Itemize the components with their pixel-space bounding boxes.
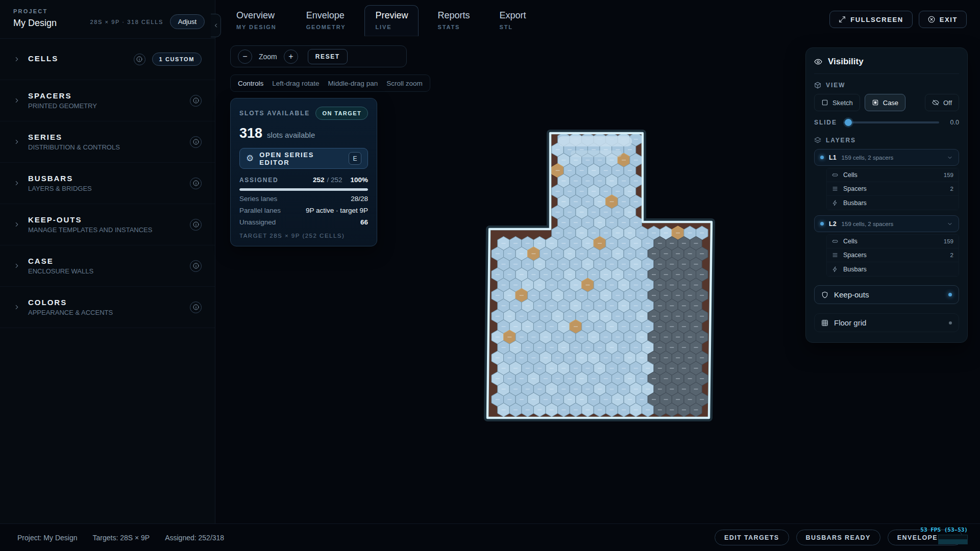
tab-envelope[interactable]: Envelope GEOMETRY — [296, 5, 357, 36]
spacer-icon — [832, 252, 838, 258]
sidebar-section-busbars[interactable]: BUSBARS LAYERS & BRIDGES — [0, 163, 215, 204]
view-mode-off-button[interactable]: Off — [925, 94, 959, 111]
sidebar-collapse-handle[interactable] — [211, 14, 221, 37]
fps-graph — [938, 535, 968, 544]
assigned-percent: 100% — [350, 176, 368, 184]
section-title: COLORS — [28, 298, 190, 307]
fullscreen-label: FULLSCREEN — [850, 16, 903, 23]
assigned-value: 252 — [313, 176, 325, 184]
exit-button[interactable]: EXIT — [919, 11, 967, 28]
zoom-out-button[interactable]: − — [238, 49, 252, 64]
zoom-reset-button[interactable]: RESET — [308, 49, 348, 64]
info-icon[interactable] — [190, 136, 202, 148]
project-header: PROJECT My Design 28S × 9P · 318 CELLS A… — [0, 0, 215, 39]
sidebar-section-spacers[interactable]: SPACERS PRINTED GEOMETRY — [0, 80, 215, 121]
layer-row-cells[interactable]: Cells 159 — [827, 168, 959, 182]
assigned-total: / 252 — [327, 176, 342, 184]
section-subtitle: DISTRIBUTION & CONTROLS — [28, 143, 190, 151]
tab-label: Envelope — [306, 10, 346, 21]
project-label: PROJECT — [13, 8, 57, 14]
view-mode-case-button[interactable]: Case — [865, 94, 905, 111]
stat-value: 9P active · target 9P — [306, 207, 368, 214]
tab-sublabel: STATS — [437, 24, 470, 30]
sidebar-section-colors[interactable]: COLORS APPEARANCE & ACCENTS — [0, 287, 215, 328]
tab-label: Preview — [375, 10, 408, 21]
chevron-down-icon — [947, 221, 953, 227]
status-targets: Targets: 28S × 9P — [92, 534, 150, 542]
edit-targets-button[interactable]: EDIT TARGETS — [715, 530, 789, 545]
chevron-right-icon — [13, 97, 20, 104]
spacer-icon — [832, 186, 838, 192]
project-name: My Design — [13, 18, 57, 29]
progress-fill — [239, 188, 368, 191]
tab-reports[interactable]: Reports STATS — [427, 5, 480, 36]
layer-row-busbars[interactable]: Busbars — [827, 196, 959, 210]
chevron-down-icon — [947, 155, 953, 161]
chevron-right-icon — [13, 180, 20, 187]
on-target-badge: ON TARGET — [315, 107, 368, 120]
square-outline-icon — [821, 99, 828, 106]
section-title: BUSBARS — [28, 174, 190, 183]
assigned-label: ASSIGNED — [239, 177, 313, 184]
layer-meta: 159 cells, 2 spacers — [842, 155, 942, 161]
slider-handle[interactable] — [845, 119, 852, 126]
info-icon[interactable] — [190, 219, 202, 231]
adjust-button[interactable]: Adjust — [170, 14, 205, 29]
chevron-right-icon — [13, 262, 20, 269]
section-subtitle: LAYERS & BRIDGES — [28, 185, 190, 192]
tab-preview[interactable]: Preview LIVE — [364, 5, 419, 36]
slide-label: SLIDE — [814, 119, 837, 126]
open-series-editor-button[interactable]: ⚙ OPEN SERIES EDITOR E — [239, 148, 368, 169]
floor-grid-toggle[interactable]: Floor grid — [814, 313, 959, 332]
layer-row-count: 159 — [944, 238, 953, 244]
eye-off-icon — [932, 99, 939, 106]
layer-l2-header[interactable]: L2 159 cells, 2 spacers — [814, 215, 959, 232]
active-dot — [948, 293, 952, 296]
inactive-dot — [949, 321, 952, 324]
sidebar-section-cells[interactable]: CELLS 1 CUSTOM — [0, 39, 215, 80]
slots-card: SLOTS AVAILABLE ON TARGET 318 slots avai… — [230, 98, 377, 246]
info-icon[interactable] — [190, 178, 202, 189]
custom-cells-badge: 1 CUSTOM — [152, 53, 202, 66]
stat-label: Parallel lanes — [239, 207, 281, 214]
sidebar: PROJECT My Design 28S × 9P · 318 CELLS A… — [0, 0, 215, 523]
layer-active-dot — [820, 222, 824, 226]
grid-icon — [821, 319, 828, 327]
visibility-slider[interactable] — [844, 121, 939, 123]
tab-export[interactable]: Export STL — [488, 5, 536, 36]
eye-icon — [814, 58, 822, 66]
zoom-in-button[interactable]: + — [284, 49, 298, 64]
project-meta: 28S × 9P · 318 CELLS — [90, 19, 163, 25]
keep-outs-toggle[interactable]: Keep-outs — [814, 285, 959, 304]
sidebar-section-series[interactable]: SERIES DISTRIBUTION & CONTROLS — [0, 121, 215, 163]
fps-readout: 53 FPS (53-53) — [920, 527, 968, 533]
info-icon[interactable] — [190, 260, 202, 272]
hotkey-badge: E — [349, 152, 361, 165]
info-icon[interactable] — [190, 302, 202, 313]
target-footer: TARGET 28S × 9P (252 CELLS) — [239, 233, 368, 239]
fullscreen-button[interactable]: FULLSCREEN — [829, 11, 912, 28]
info-icon[interactable] — [134, 54, 145, 65]
sidebar-section-case[interactable]: CASE ENCLOSURE WALLS — [0, 245, 215, 287]
layer-l1-header[interactable]: L1 159 cells, 2 spacers — [814, 149, 959, 166]
layer-row-busbars[interactable]: Busbars — [827, 262, 959, 276]
layer-row-spacers[interactable]: Spacers 2 — [827, 248, 959, 262]
tab-overview[interactable]: Overview MY DESIGN — [226, 5, 287, 36]
busbars-ready-badge[interactable]: BUSBARS READY — [796, 530, 880, 545]
slots-card-title: SLOTS AVAILABLE — [239, 110, 310, 117]
layer-row-cells[interactable]: Cells 159 — [827, 235, 959, 248]
assigned-progress-bar — [239, 188, 368, 191]
layer-row-spacers[interactable]: Spacers 2 — [827, 182, 959, 196]
visibility-panel: Visibility VIEW Sketch Case Off SLIDE 0.… — [805, 47, 968, 343]
info-icon[interactable] — [190, 95, 202, 107]
chevron-right-icon — [13, 221, 20, 228]
viewport-controls-hint: Controls Left-drag rotate Middle-drag pa… — [230, 74, 430, 92]
section-title: KEEP-OUTS — [28, 215, 190, 224]
gear-icon: ⚙ — [246, 154, 254, 163]
pack-3d-viewport[interactable] — [481, 128, 719, 425]
sidebar-section-keep-outs[interactable]: KEEP-OUTS MANAGE TEMPLATES AND INSTANCES — [0, 204, 215, 245]
section-subtitle: ENCLOSURE WALLS — [28, 267, 190, 275]
view-mode-sketch-button[interactable]: Sketch — [814, 94, 860, 111]
bolt-icon — [832, 266, 838, 272]
fps-stats-widget[interactable]: 53 FPS (53-53) — [920, 527, 968, 544]
